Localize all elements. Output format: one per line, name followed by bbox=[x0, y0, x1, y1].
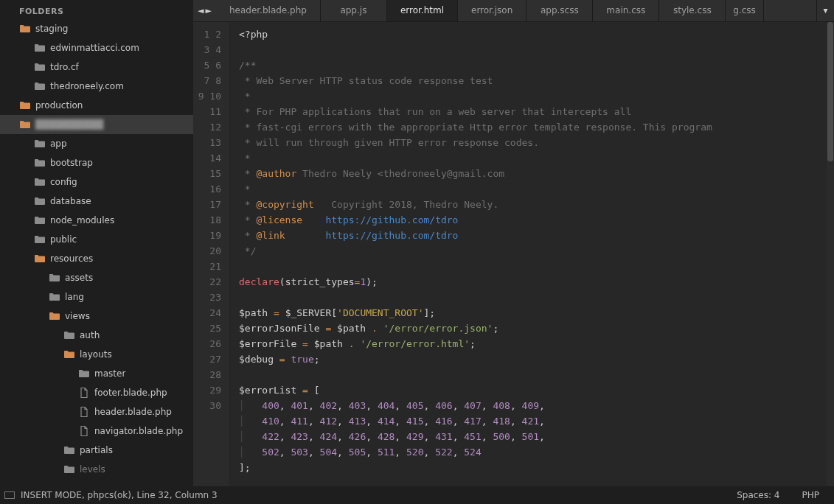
folder-icon bbox=[34, 138, 46, 150]
folder-open-icon bbox=[49, 310, 60, 322]
tab-label: error.json bbox=[471, 5, 512, 15]
folder-item[interactable]: thedroneely.com bbox=[0, 77, 193, 96]
tree-item-label: public bbox=[50, 234, 77, 245]
tab-label: main.css bbox=[606, 5, 645, 15]
tree-item-label: master bbox=[94, 368, 125, 379]
tab-label: header.blade.php bbox=[229, 5, 307, 15]
folder-open-icon bbox=[19, 99, 31, 111]
status-left-text: INSERT MODE, phpcs(ok), Line 32, Column … bbox=[21, 490, 218, 500]
tab[interactable]: main.css bbox=[593, 0, 659, 21]
editor-area: ◄ ► header.blade.phpapp.jserror.htmlerro… bbox=[193, 0, 834, 486]
folder-icon bbox=[34, 214, 46, 226]
folder-icon bbox=[63, 329, 75, 341]
line-number-gutter: 1 2 3 4 5 6 7 8 9 10 11 12 13 14 15 16 1… bbox=[193, 22, 229, 487]
tab-label: style.css bbox=[673, 5, 712, 15]
sidebar-heading: FOLDERS bbox=[0, 0, 193, 19]
tree-item-label: ██████████ bbox=[35, 119, 103, 130]
folder-item[interactable]: node_modules bbox=[0, 211, 193, 230]
folder-item[interactable]: resources bbox=[0, 249, 193, 268]
folder-item[interactable]: levels bbox=[0, 460, 193, 479]
folder-item[interactable]: staging bbox=[0, 19, 193, 38]
tree-item-label: navigator.blade.php bbox=[94, 426, 183, 436]
tree-item-label: header.blade.php bbox=[94, 407, 172, 417]
tab[interactable]: g.css bbox=[726, 0, 764, 21]
tab-scroll-arrows[interactable]: ◄ ► bbox=[193, 0, 216, 21]
status-spaces[interactable]: Spaces: 4 bbox=[737, 490, 779, 500]
tree-item-label: assets bbox=[65, 273, 93, 283]
chevron-down-icon: ▾ bbox=[823, 5, 827, 15]
scrollbar-thumb[interactable] bbox=[827, 22, 833, 161]
file-item[interactable]: header.blade.php bbox=[0, 402, 193, 421]
folder-icon bbox=[34, 61, 46, 73]
tree-item-label: tdro.cf bbox=[50, 62, 79, 72]
folder-icon bbox=[34, 157, 46, 169]
folder-item[interactable]: database bbox=[0, 192, 193, 211]
folder-open-icon bbox=[63, 349, 75, 360]
tab[interactable]: app.js bbox=[321, 0, 387, 21]
folder-item[interactable]: public bbox=[0, 230, 193, 249]
folder-item[interactable]: layouts bbox=[0, 345, 193, 364]
folder-open-icon bbox=[34, 253, 46, 265]
tree-item-label: bootstrap bbox=[50, 158, 93, 168]
folder-item[interactable]: ██████████ bbox=[0, 115, 193, 134]
tree-item-label: layouts bbox=[80, 349, 112, 360]
folder-icon bbox=[34, 234, 46, 245]
tree-item-label: lang bbox=[65, 292, 84, 302]
vertical-scrollbar[interactable] bbox=[827, 22, 834, 487]
folder-item[interactable]: edwinmattiacci.com bbox=[0, 38, 193, 57]
tree-item-label: edwinmattiacci.com bbox=[50, 43, 139, 53]
folder-item[interactable]: auth bbox=[0, 326, 193, 345]
file-icon bbox=[78, 387, 90, 399]
status-language[interactable]: PHP bbox=[802, 490, 820, 500]
tab-right-arrow-icon[interactable]: ► bbox=[205, 6, 211, 15]
tab-label: app.js bbox=[340, 5, 366, 15]
folder-item[interactable]: tdro.cf bbox=[0, 57, 193, 77]
code-content[interactable]: <?php /** * Web Server HTTP status code … bbox=[229, 22, 834, 487]
tree-item-label: config bbox=[50, 177, 77, 187]
folder-open-icon bbox=[19, 119, 31, 130]
tree-item-label: auth bbox=[80, 330, 100, 340]
folder-icon bbox=[63, 463, 75, 475]
folder-item[interactable]: app bbox=[0, 134, 193, 153]
tree-item-label: node_modules bbox=[50, 215, 114, 225]
file-item[interactable]: navigator.blade.php bbox=[0, 421, 193, 441]
tab[interactable]: error.json bbox=[458, 0, 527, 21]
folder-item[interactable]: views bbox=[0, 307, 193, 326]
folder-item[interactable]: partials bbox=[0, 441, 193, 460]
tab[interactable]: error.html bbox=[387, 0, 458, 21]
code-editor[interactable]: 1 2 3 4 5 6 7 8 9 10 11 12 13 14 15 16 1… bbox=[193, 22, 834, 487]
tab-bar: ◄ ► header.blade.phpapp.jserror.htmlerro… bbox=[193, 0, 834, 22]
tree-item-label: staging bbox=[35, 24, 68, 34]
folder-item[interactable]: config bbox=[0, 172, 193, 192]
tab-overflow-button[interactable]: ▾ bbox=[816, 0, 834, 21]
tab-left-arrow-icon[interactable]: ◄ bbox=[198, 6, 204, 15]
sidebar[interactable]: FOLDERS stagingedwinmattiacci.comtdro.cf… bbox=[0, 0, 193, 486]
folder-icon bbox=[34, 195, 46, 207]
folder-item[interactable]: assets bbox=[0, 268, 193, 287]
tab[interactable]: app.scss bbox=[527, 0, 593, 21]
folder-item[interactable]: production bbox=[0, 96, 193, 115]
folder-icon bbox=[49, 291, 60, 303]
status-panel-icon[interactable] bbox=[4, 491, 15, 499]
tab-label: g.css bbox=[733, 5, 756, 15]
folder-item[interactable]: master bbox=[0, 364, 193, 383]
file-item[interactable]: footer.blade.php bbox=[0, 383, 193, 402]
tab-label: app.scss bbox=[541, 5, 579, 15]
file-tree: stagingedwinmattiacci.comtdro.cfthedrone… bbox=[0, 19, 193, 479]
tab[interactable]: style.css bbox=[659, 0, 726, 21]
folder-icon bbox=[34, 176, 46, 188]
folder-item[interactable]: bootstrap bbox=[0, 153, 193, 172]
tree-item-label: app bbox=[50, 139, 67, 149]
tree-item-label: footer.blade.php bbox=[94, 388, 167, 398]
folder-icon bbox=[34, 42, 46, 54]
folder-item[interactable]: lang bbox=[0, 287, 193, 307]
tree-item-label: views bbox=[65, 311, 90, 321]
folder-icon bbox=[49, 272, 60, 284]
folder-icon bbox=[78, 368, 90, 379]
folder-open-icon bbox=[19, 23, 31, 35]
tab[interactable]: header.blade.php bbox=[216, 0, 321, 21]
folder-icon bbox=[34, 80, 46, 92]
tree-item-label: production bbox=[35, 100, 83, 111]
tree-item-label: partials bbox=[80, 445, 113, 455]
tree-item-label: thedroneely.com bbox=[50, 81, 124, 91]
